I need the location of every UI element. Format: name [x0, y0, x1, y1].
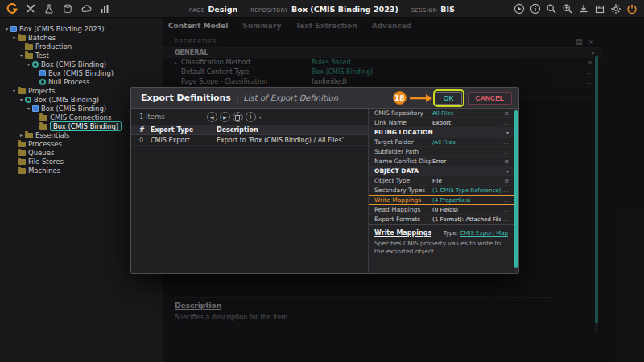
tree-item-production[interactable]: Production [0, 42, 163, 51]
move-down-button[interactable]: ▶ [220, 112, 230, 122]
chevron-down-icon[interactable]: ▾ [10, 33, 18, 42]
ellipsis-icon[interactable]: … [501, 187, 509, 194]
property-grid-scrollbar[interactable] [514, 109, 518, 272]
ellipsis-icon[interactable]: … [501, 139, 509, 146]
delete-item-button[interactable] [233, 112, 243, 122]
zoom-in-icon[interactable] [562, 3, 573, 14]
section-header-filing-location[interactable]: FILING LOCATION ▾ [369, 128, 518, 138]
annotation-arrow [410, 93, 432, 103]
property-row-read-mappings[interactable]: Read Mappings (0 Fields) … [369, 205, 518, 215]
chevron-down-icon[interactable]: ▾ [506, 130, 509, 135]
help-text: Specifies CMIS property values to write … [374, 240, 508, 256]
dialog-body: 1 items ◀ ▶ + ▾ # Export Type Descriptio… [131, 109, 518, 273]
scrollbar-thumb[interactable] [514, 110, 518, 268]
file-stores-icon[interactable] [62, 3, 73, 14]
tree-item-label: Box (CMIS Binding) [41, 105, 106, 113]
package-icon[interactable] [594, 3, 605, 14]
property-label: Object Type [374, 177, 432, 184]
chevron-down-icon[interactable]: ▾ [18, 51, 25, 60]
folder-icon [18, 168, 26, 174]
ellipsis-icon[interactable]: … [501, 207, 509, 213]
add-item-button[interactable]: + [246, 112, 256, 122]
tree-item-repo-root[interactable]: ▾ Box (CMIS Binding 2023) [0, 24, 163, 33]
cube-icon [39, 70, 46, 76]
chevron-down-icon[interactable]: ▾ [18, 95, 25, 104]
tree-item-null-process[interactable]: Null Process [0, 77, 163, 86]
chevron-right-icon[interactable]: ▸ [18, 130, 25, 139]
export-definitions-dialog: Export Definitions | List of Export Defi… [130, 87, 519, 274]
property-row-secondary-types[interactable]: Secondary Types (1 CMIS Type Reference) … [369, 186, 518, 195]
session-value[interactable]: BIS [440, 5, 455, 14]
property-label: Link Name [374, 119, 432, 126]
property-row-target-folder[interactable]: Target Folder /All Files … [369, 138, 518, 147]
ellipsis-icon[interactable]: … [501, 149, 509, 155]
chevron-down-icon[interactable]: ▾ [506, 168, 509, 174]
help-icon[interactable] [530, 3, 541, 14]
top-toolbar: PAGE Design REPOSITORY Box (CMIS Binding… [0, 0, 644, 18]
combo-icon[interactable]: ≡ [501, 158, 509, 165]
section-label: OBJECT DATA [374, 167, 419, 175]
property-row-link-name[interactable]: Link Name Export … [369, 118, 518, 128]
dialog-actions: 18 OK CANCEL [393, 91, 512, 105]
settings-gear-icon[interactable] [610, 3, 621, 14]
tree-item-box-cmis-binding-process[interactable]: ▾ Box (CMIS Binding) [0, 60, 163, 68]
property-row-object-type[interactable]: Object Type File ≡ [369, 176, 518, 186]
folder-icon [25, 53, 33, 59]
column-header-description[interactable]: Description [217, 126, 368, 134]
move-up-button[interactable]: ◀ [207, 112, 217, 122]
column-header-export-type[interactable]: Export Type [151, 126, 217, 134]
type-value-link[interactable]: CMIS Export Map [460, 230, 508, 237]
list-row-cmis-export[interactable]: 0 CMIS Export Export to 'Box (CMIS Bindi… [131, 135, 368, 146]
folder-icon [18, 35, 26, 41]
repository-value[interactable]: Box (CMIS Binding 2023) [291, 5, 398, 14]
ok-button[interactable]: OK [436, 92, 462, 105]
property-label: Target Folder [374, 138, 432, 146]
batch-test-icon[interactable] [43, 3, 55, 14]
play-icon[interactable] [514, 3, 525, 14]
combo-icon[interactable]: ≡ [501, 110, 509, 117]
search-icon[interactable] [546, 3, 557, 14]
tree-item-label: File Stores [28, 158, 64, 166]
combo-icon[interactable]: ≡ [501, 178, 509, 184]
folder-icon [25, 133, 33, 138]
ellipsis-icon[interactable]: … [501, 120, 509, 126]
grooper-logo [6, 3, 18, 14]
page-label: PAGE [189, 7, 204, 14]
cloud-icon[interactable] [80, 3, 92, 14]
chevron-down-icon[interactable]: ▾ [3, 24, 10, 33]
title-separator: | [236, 93, 238, 102]
export-property-grid: CMIS Repository All Files ≡ Link Name Ex… [368, 109, 518, 273]
context-breadcrumb: PAGE Design REPOSITORY Box (CMIS Binding… [189, 0, 455, 18]
help-type: Type: CMIS Export Map [444, 230, 508, 237]
tree-item-box-cmis-binding-child[interactable]: Box (CMIS Binding) [0, 68, 163, 77]
chevron-down-icon[interactable]: ▾ [25, 60, 32, 68]
property-row-name-conflict-disposition[interactable]: Name Conflict Disposition Error ≡ [369, 157, 518, 167]
gear-icon [25, 97, 31, 103]
power-icon[interactable] [626, 3, 638, 14]
property-value: Error [432, 158, 501, 165]
property-row-export-formats[interactable]: Export Formats (1 Format): Attached File… [369, 215, 518, 224]
property-row-subfolder-path[interactable]: Subfolder Path … [369, 147, 518, 157]
design-tools-icon[interactable] [25, 3, 36, 14]
chevron-down-icon[interactable]: ▾ [25, 104, 32, 113]
tree-item-batches[interactable]: ▾ Batches [0, 33, 163, 42]
property-label: Name Conflict Disposition [374, 158, 432, 165]
add-item-caret-icon[interactable]: ▾ [259, 114, 262, 120]
list-header-row: # Export Type Description [131, 125, 368, 135]
ellipsis-icon[interactable]: … [501, 216, 509, 223]
tree-item-label: CMIS Connections [50, 113, 111, 121]
folder-icon [18, 142, 26, 147]
download-icon[interactable] [578, 3, 589, 14]
tree-item-label: Box (CMIS Binding) [50, 121, 122, 131]
property-row-write-mappings[interactable]: Write Mappings (4 Properties) … [369, 195, 518, 205]
ellipsis-icon[interactable]: … [501, 197, 509, 204]
page-value[interactable]: Design [208, 5, 237, 14]
stats-icon[interactable] [99, 3, 110, 14]
tree-item-test[interactable]: ▾ Test [0, 51, 163, 60]
dialog-subtitle: List of Export Definition [243, 93, 338, 102]
chevron-down-icon[interactable]: ▾ [10, 86, 18, 95]
property-row-cmis-repository[interactable]: CMIS Repository All Files ≡ [369, 109, 518, 118]
column-header-num[interactable]: # [131, 126, 151, 134]
section-header-object-data[interactable]: OBJECT DATA ▾ [369, 167, 518, 176]
cancel-button[interactable]: CANCEL [468, 92, 512, 105]
